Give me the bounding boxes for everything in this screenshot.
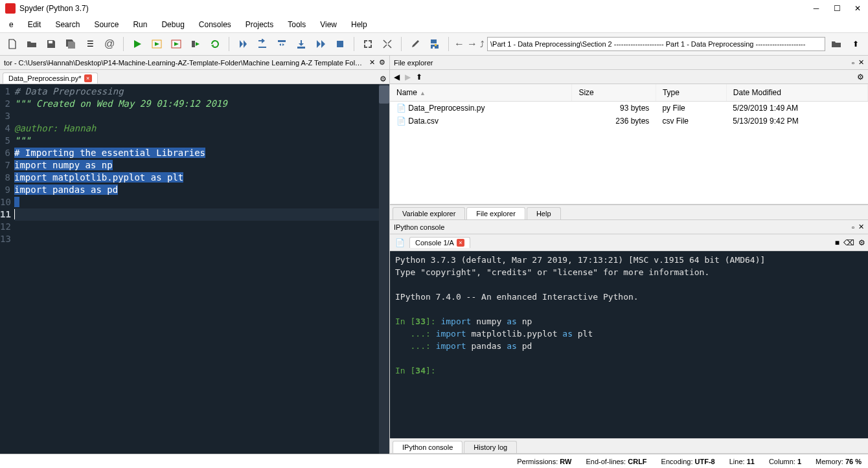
tab-history-log[interactable]: History log (464, 441, 517, 453)
ipython-title: IPython console (394, 223, 444, 231)
new-file-button[interactable] (4, 36, 21, 52)
working-directory-select[interactable] (487, 37, 825, 51)
tab-file-explorer[interactable]: File explorer (466, 207, 525, 219)
file-explorer-title: File explorer (394, 59, 433, 67)
window-title: Spyder (Python 3.7) (19, 4, 89, 13)
preferences-button[interactable] (407, 36, 424, 52)
status-mem-label: Memory: (816, 458, 843, 465)
file-explorer-header: File explorer ▫ ✕ (390, 56, 868, 70)
save-button[interactable] (43, 36, 60, 52)
status-perm-label: Permissions: (517, 458, 558, 465)
fe-back-icon[interactable]: ◀ (394, 72, 400, 82)
maximize-pane-button[interactable] (360, 36, 376, 52)
status-enc-value: UTF-8 (695, 458, 715, 465)
list-button[interactable]: ☰ (82, 36, 98, 52)
fe-col-type[interactable]: Type (656, 84, 726, 102)
browse-dir-button[interactable] (828, 36, 845, 52)
console-clear-icon[interactable]: ⌫ (843, 238, 854, 247)
step-out-button[interactable] (293, 36, 310, 52)
fullscreen-button[interactable] (379, 36, 396, 52)
nav-back-button[interactable]: ← (454, 38, 464, 50)
step-button[interactable] (254, 36, 271, 52)
line-gutter: 12345678910111213 (0, 84, 13, 454)
console-tab-label: Console 1/A (415, 239, 454, 247)
fe-col-size[interactable]: Size (572, 84, 656, 102)
right-middle-tabs: Variable explorerFile explorerHelp (390, 205, 868, 220)
main-toolbar: ☰ @ ← → ⤴ ⬆ (0, 32, 868, 56)
menu-help[interactable]: Help (345, 19, 374, 30)
step-in-button[interactable] (273, 36, 290, 52)
run-button[interactable] (129, 36, 146, 52)
parent-dir-button[interactable]: ⬆ (847, 36, 864, 52)
tab-ipython-console[interactable]: IPython console (393, 441, 463, 453)
nav-forward-button[interactable]: → (467, 38, 477, 50)
pane-close-icon[interactable]: ✕ (858, 58, 864, 67)
editor-tab-label: Data_Preprocessin.py* (8, 74, 82, 82)
console-tab-row: 📄 Console 1/A × ■ ⌫ ⚙ (390, 234, 868, 251)
minimize-button[interactable]: ─ (811, 3, 821, 14)
status-line-value: 11 (747, 458, 755, 465)
menu-search[interactable]: Search (49, 19, 86, 30)
fe-forward-icon[interactable]: ▶ (405, 72, 411, 82)
console-tab[interactable]: Console 1/A × (409, 237, 470, 248)
editor-tab[interactable]: Data_Preprocessin.py* × (3, 72, 98, 84)
rerun-button[interactable] (207, 36, 223, 52)
python-path-button[interactable] (426, 36, 443, 52)
menu-bar: eEditSearchSourceRunDebugConsolesProject… (0, 17, 868, 32)
maximize-button[interactable]: ☐ (832, 3, 842, 14)
tab-variable-explorer[interactable]: Variable explorer (393, 207, 465, 219)
fe-col-date-modified[interactable]: Date Modified (726, 84, 867, 102)
editor-tabs-options-icon[interactable]: ⚙ (380, 74, 387, 84)
editor-tab-close-icon[interactable]: × (84, 74, 92, 82)
debug-button[interactable] (234, 36, 251, 52)
file-row[interactable]: 📄 Data.csv236 bytescsv File5/13/2019 9:4… (390, 115, 868, 128)
fe-col-name[interactable]: Name▲ (390, 84, 572, 102)
run-cell-button[interactable] (148, 36, 165, 52)
console-output[interactable]: Python 3.7.3 (default, Mar 27 2019, 17:1… (390, 251, 868, 438)
fe-up-icon[interactable]: ⬆ (416, 72, 422, 82)
menu-e[interactable]: e (3, 19, 20, 30)
editor-tab-row: Data_Preprocessin.py* × ⚙ (0, 70, 389, 84)
run-cell-advance-button[interactable] (168, 36, 185, 52)
file-explorer-nav: ◀ ▶ ⬆ ⚙ (390, 70, 868, 84)
spyder-logo-icon (5, 3, 16, 14)
console-tab-close-icon[interactable]: × (457, 239, 464, 247)
status-bar: Permissions: RW End-of-lines: CRLF Encod… (0, 454, 868, 468)
file-explorer[interactable]: Name▲SizeTypeDate Modified 📄 Data_Prepro… (390, 84, 868, 205)
at-button[interactable]: @ (101, 36, 118, 52)
stop-debug-button[interactable] (332, 36, 348, 52)
open-file-button[interactable] (23, 36, 40, 52)
menu-tools[interactable]: Tools (281, 19, 312, 30)
console-stop-icon[interactable]: ■ (835, 238, 839, 247)
menu-debug[interactable]: Debug (155, 19, 190, 30)
code-area[interactable]: # Data Preprocessing""" Created on Wed M… (13, 84, 379, 454)
console-options-icon[interactable]: ⚙ (858, 238, 865, 247)
continue-button[interactable] (312, 36, 329, 52)
menu-source[interactable]: Source (87, 19, 125, 30)
save-all-button[interactable] (62, 36, 79, 52)
status-eol-value: CRLF (628, 458, 646, 465)
editor-pane-header: tor - C:\Users\Hannah\Desktop\P14-Machin… (0, 56, 389, 70)
fe-options-icon[interactable]: ⚙ (857, 72, 864, 82)
menu-view[interactable]: View (314, 19, 343, 30)
editor-options-icon[interactable]: ⚙ (379, 58, 385, 67)
close-button[interactable]: ✕ (852, 3, 863, 14)
status-mem-value: 76 % (845, 458, 862, 465)
console-browse-icon[interactable]: 📄 (393, 236, 407, 249)
editor-scrollbar[interactable] (379, 84, 389, 454)
file-row[interactable]: 📄 Data_Preprocessin.py93 bytespy File5/2… (390, 102, 868, 115)
menu-run[interactable]: Run (126, 19, 154, 30)
code-editor[interactable]: 12345678910111213 # Data Preprocessing""… (0, 84, 389, 454)
run-selection-button[interactable] (187, 36, 204, 52)
menu-projects[interactable]: Projects (239, 19, 280, 30)
menu-consoles[interactable]: Consoles (192, 19, 238, 30)
status-line-label: Line: (729, 458, 745, 465)
editor-close-icon[interactable]: ✕ (369, 58, 375, 67)
nav-up-button[interactable]: ⤴ (480, 39, 485, 49)
ipython-close-icon[interactable]: ✕ (858, 223, 864, 231)
menu-edit[interactable]: Edit (21, 19, 48, 30)
ipython-maximize-icon[interactable]: ▫ (852, 223, 854, 231)
file-table: Name▲SizeTypeDate Modified 📄 Data_Prepro… (390, 84, 868, 128)
tab-help[interactable]: Help (527, 207, 561, 219)
pane-maximize-icon[interactable]: ▫ (852, 59, 854, 67)
